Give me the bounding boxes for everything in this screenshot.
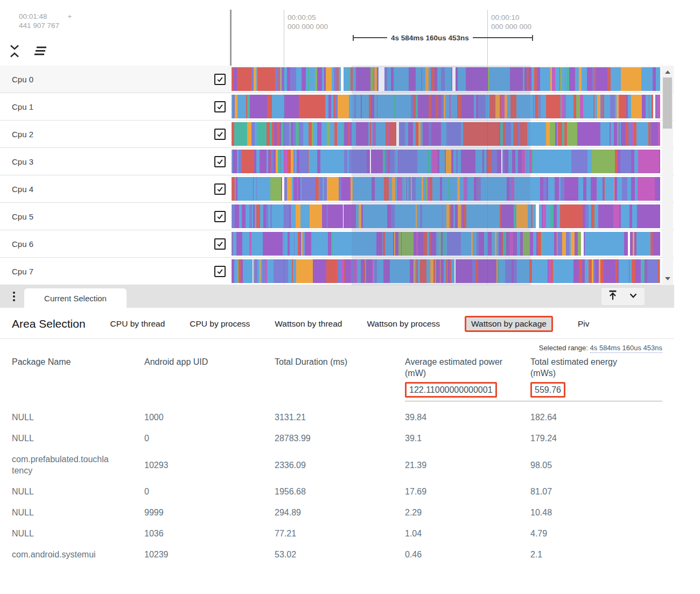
table-cell: 0.46 [405,544,530,565]
selected-range: Selected range: 4s 584ms 160us 453ns [0,344,662,352]
track-label-cell[interactable]: Cpu 0 [0,66,230,93]
track-row: Cpu 1 [0,93,674,121]
track-label-cell[interactable]: Cpu 6 [0,230,230,257]
track-checkbox[interactable] [214,74,226,85]
table-cell: com.prefabulated.touchlatency [12,449,144,481]
table-cell: 4.79 [530,523,662,544]
panel-tabs: Area Selection CPU by threadCPU by proce… [0,308,674,339]
ruler-left-border [230,10,232,66]
track-row: Cpu 4 [0,175,674,203]
table-cell: 0 [144,481,275,502]
panel-title: Area Selection [12,317,86,330]
track-name: Cpu 0 [12,75,214,84]
track-filter-icon[interactable] [32,46,47,56]
panel-tab[interactable]: CPU by process [190,319,250,329]
selection-panel: Area Selection CPU by threadCPU by proce… [0,308,700,594]
track-checkbox[interactable] [214,183,226,195]
table-cell: 9999 [144,502,275,523]
track-checkbox[interactable] [214,156,226,167]
track-label-cell[interactable]: Cpu 4 [0,175,230,202]
time-span-marker: 4s 584ms 160us 453ns [353,33,533,42]
table-cell: NULL [12,523,144,544]
timeline-gridline [284,66,284,285]
table-cell: NULL [12,428,144,449]
current-selection-tab-label: Current Selection [44,294,107,303]
table-cell: NULL [12,502,144,523]
track-row: Cpu 7 [0,258,674,285]
total-power-value: 122.11000000000001 [405,382,497,398]
track-row: Cpu 2 [0,121,674,148]
table-cell: 10.48 [530,502,662,523]
panel-tab[interactable]: CPU by thread [110,319,165,329]
timeline-origin: 00:01:48 + 441 907 767 [19,12,72,30]
track-label-cell[interactable]: Cpu 3 [0,148,230,175]
track-rows: Cpu 0Cpu 1Cpu 2Cpu 3Cpu 4Cpu 5Cpu 6Cpu 7 [0,66,674,285]
panel-tab[interactable]: Wattson by thread [275,319,342,329]
column-header: Android app UID [144,352,275,380]
table-cell: 2.29 [405,502,530,523]
track-checkbox[interactable] [214,101,226,112]
track-checkbox[interactable] [214,238,226,250]
area-selection-overlay[interactable] [352,66,530,285]
track-row: Cpu 3 [0,148,674,175]
table-cell: 1.04 [405,523,530,544]
column-header: Total Duration (ms) [275,352,405,380]
track-scrollbar[interactable] [662,66,673,285]
table-cell: 53.02 [275,544,405,565]
panel-menu-icon[interactable] [8,289,20,303]
track-row: Cpu 0 [0,66,674,93]
table-cell: NULL [12,407,144,428]
timeline-ruler: 00:01:48 + 441 907 767 [0,0,674,66]
scrollbar-thumb[interactable] [663,77,672,129]
scroll-down-icon[interactable] [662,274,673,283]
table-cell: 98.05 [530,449,662,481]
table-cell: 81.07 [530,481,662,502]
scroll-up-icon[interactable] [662,68,673,76]
table-cell: 39.1 [405,428,530,449]
track-name: Cpu 7 [12,267,214,276]
table-cell: 39.84 [405,407,530,428]
collapse-panel-icon[interactable] [627,289,639,303]
collapse-tracks-icon[interactable] [9,44,20,58]
column-header: Total estimated energy (mWs) [530,352,662,380]
track-name: Cpu 3 [12,157,214,166]
track-checkbox[interactable] [214,211,226,222]
track-row: Cpu 5 [0,203,674,230]
track-list: Cpu 0Cpu 1Cpu 2Cpu 3Cpu 4Cpu 5Cpu 6Cpu 7 [0,66,674,285]
table-body: NULL10003131.2139.84182.64NULL028783.993… [12,407,700,565]
track-name: Cpu 6 [12,239,214,249]
table-cell: 21.39 [405,449,530,481]
table-cell: 179.24 [530,428,662,449]
track-checkbox[interactable] [214,129,226,140]
current-selection-tab[interactable]: Current Selection [24,288,127,308]
span-duration-label: 4s 584ms 160us 453ns [387,34,473,42]
panel-tab-strip: Current Selection [0,285,674,308]
track-label-cell[interactable]: Cpu 2 [0,121,230,147]
track-name: Cpu 1 [12,102,214,111]
column-header: Package Name [12,352,144,380]
panel-tab[interactable]: Wattson by process [367,319,440,329]
table-cell: 2.1 [530,544,662,565]
perfetto-app: 00:01:48 + 441 907 767 [0,0,700,594]
origin-nanos: 441 907 767 [19,21,72,30]
origin-time: 00:01:48 [19,12,47,21]
table-cell: 1956.68 [275,481,405,502]
table-cell: 17.69 [405,481,530,502]
table-cell: 10239 [144,544,275,565]
origin-plus: + [68,12,72,21]
track-label-cell[interactable]: Cpu 5 [0,203,230,230]
panel-tab[interactable]: Wattson by package [465,316,553,332]
track-checkbox[interactable] [214,266,226,277]
track-label-cell[interactable]: Cpu 1 [0,93,230,120]
expand-panel-full-icon[interactable] [607,289,619,303]
panel-tab[interactable]: Piv [578,319,590,329]
table-cell: 1000 [144,407,275,428]
track-label-cell[interactable]: Cpu 7 [0,258,230,285]
table-cell: 2336.09 [275,449,405,481]
table-cell: 10293 [144,449,275,481]
table-totals-row: 122.11000000000001 559.76 [12,380,700,401]
track-name: Cpu 4 [12,185,214,194]
total-power-cell: 122.11000000000001 [405,380,530,401]
panel-tab-list: CPU by threadCPU by processWattson by th… [110,316,590,332]
table-cell: NULL [12,481,144,502]
